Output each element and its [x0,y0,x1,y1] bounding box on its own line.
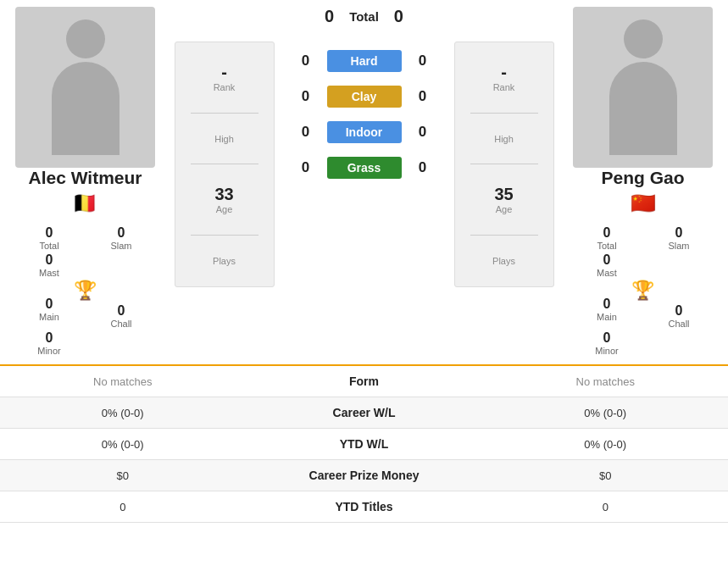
right-sep3 [470,235,538,236]
center-block: 0 Total 0 - Rank High [164,7,564,356]
bottom-right-1: 0% (0-0) [483,407,729,419]
left-mast-label: Mast [39,268,59,278]
left-high-row: High [214,134,234,144]
bottom-right-2: 0% (0-0) [483,438,729,451]
center-total-right: 0 [394,7,403,26]
left-total-value: 0 [46,225,53,241]
right-silhouette-body [609,62,677,155]
surface-indoor-left: 0 [297,124,315,141]
right-stat-minor: 0 Minor [575,330,639,356]
left-main-value: 0 [46,297,53,312]
left-chall-value: 0 [118,303,125,319]
right-total-value: 0 [603,225,611,241]
right-mast-label: Mast [597,268,617,278]
left-minor-value: 0 [46,330,53,346]
right-stat-main: 0 Main [575,297,639,329]
left-sep3 [191,235,258,236]
left-plays-row: Plays [213,256,236,266]
surface-row-clay: 0 Clay 0 [280,86,449,108]
left-rank-row: - Rank [214,63,236,92]
right-age-row: 35 Age [494,185,513,214]
left-stat-slam: 0 Slam [90,225,153,251]
left-main-label: Main [39,312,59,322]
bottom-right-3: $0 [483,469,729,482]
bottom-table: No matchesFormNo matches0% (0-0)Career W… [0,364,728,523]
bottom-left-3: $0 [0,469,246,482]
right-stat-total: 0 Total [575,225,639,251]
left-player-name: Alec Witmeur [28,168,142,188]
right-plays-row: Plays [492,256,515,266]
left-minor-label: Minor [37,346,61,356]
right-chall-value: 0 [675,303,683,319]
surface-row-hard: 0 Hard 0 [280,50,449,72]
left-name-flag: Alec Witmeur 🇧🇪 [28,168,142,215]
bottom-center-1: Career W/L [246,406,483,419]
right-chall-label: Chall [668,319,689,329]
surface-grass-btn: Grass [327,157,402,179]
left-slam-label: Slam [110,241,131,251]
right-info-box: - Rank High 35 Age Plays [454,42,554,287]
left-slam-value: 0 [118,225,125,241]
right-minor-label: Minor [595,346,619,356]
right-plays-lbl: Plays [492,256,515,266]
right-age-lbl: Age [496,204,513,214]
bottom-center-0: Form [246,374,483,388]
right-player-photo [573,7,713,168]
bottom-center-3: Career Prize Money [246,469,483,482]
surfaces-col: 0 Hard 0 0 Clay 0 0 Indoor 0 [280,50,449,179]
left-stat-minor: 0 Minor [18,330,81,356]
right-mast-value: 0 [603,252,611,268]
right-slam-value: 0 [675,225,683,241]
bottom-right-4: 0 [483,501,729,513]
left-stat-total: 0 Total [18,225,81,251]
upper-row: Alec Witmeur 🇧🇪 0 Total 0 Slam 0 Mast 🏆 [0,0,728,356]
surface-hard-right: 0 [414,53,432,69]
right-total-label: Total [597,241,616,251]
right-player-name: Peng Gao [601,168,684,188]
left-age-lbl: Age [216,204,233,214]
surface-clay-right: 0 [414,88,432,105]
left-silhouette-body [52,62,119,155]
bottom-right-0: No matches [483,375,729,388]
left-rank-lbl: Rank [214,82,236,92]
left-silhouette [47,19,124,155]
left-sep1 [191,113,258,114]
center-total-left: 0 [325,7,334,26]
bottom-center-4: YTD Titles [246,500,483,513]
left-silhouette-head [66,19,105,58]
right-stat-mast: 0 Mast [575,252,639,278]
main-layout: Alec Witmeur 🇧🇪 0 Total 0 Slam 0 Mast 🏆 [0,0,728,523]
right-rank-lbl: Rank [493,82,515,92]
surface-grass-left: 0 [297,159,315,176]
right-sep2 [470,164,538,164]
left-total-label: Total [39,241,58,251]
right-name-flag: Peng Gao 🇨🇳 [601,168,684,215]
right-stats-grid: 0 Total 0 Slam 0 Mast 🏆 0 Main [575,225,711,356]
right-stat-chall: 0 Chall [647,303,711,329]
right-rank-row: - Rank [493,63,515,92]
right-main-value: 0 [603,297,611,312]
left-stats-grid: 0 Total 0 Slam 0 Mast 🏆 0 Main [18,225,153,356]
left-info-box: - Rank High 33 Age Plays [175,42,275,287]
surface-row-indoor: 0 Indoor 0 [280,121,449,143]
left-sep2 [191,164,258,164]
center-main: - Rank High 33 Age Plays [175,42,554,287]
left-age-val: 33 [214,185,233,204]
left-stat-main: 0 Main [18,297,81,329]
surface-clay-btn: Clay [327,86,402,108]
surface-row-grass: 0 Grass 0 [280,157,449,179]
right-silhouette-head [624,19,663,58]
bottom-left-4: 0 [0,501,246,513]
left-player-block: Alec Witmeur 🇧🇪 0 Total 0 Slam 0 Mast 🏆 [7,7,164,356]
left-rank-val: - [221,63,227,82]
left-high-lbl: High [214,134,234,144]
bottom-left-1: 0% (0-0) [0,407,246,419]
right-minor-value: 0 [603,330,611,346]
right-stat-slam: 0 Slam [647,225,711,251]
left-stat-mast: 0 Mast [18,252,81,278]
right-rank-val: - [501,63,507,82]
right-player-block: Peng Gao 🇨🇳 0 Total 0 Slam 0 Mast 🏆 [564,7,721,356]
bottom-left-0: No matches [0,375,246,388]
right-age-val: 35 [494,185,513,204]
surface-hard-btn: Hard [327,50,402,72]
